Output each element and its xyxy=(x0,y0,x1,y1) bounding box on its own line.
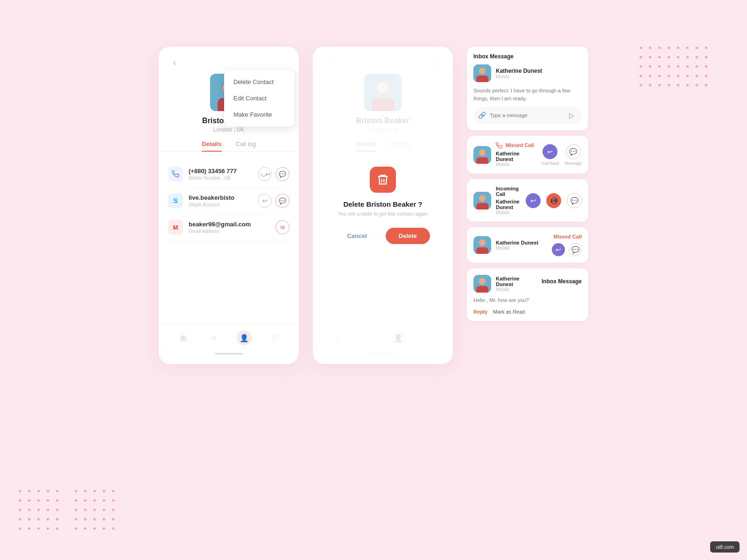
nav-heart-1[interactable]: ♡ xyxy=(267,330,282,345)
contact-details-1: (+880) 33456 777 Mobile Number , UK ↩ 💬 … xyxy=(159,156,299,323)
message-col: 💬 Message xyxy=(564,144,582,166)
tabs-1: Details Call log xyxy=(159,140,299,152)
nav-clock-1[interactable]: ○ xyxy=(206,330,221,345)
tab-details-1[interactable]: Details xyxy=(202,140,222,151)
incoming-call-avatar xyxy=(473,192,491,210)
msg-button-incoming[interactable]: 💬 xyxy=(567,193,582,208)
gmail-value: beaker99@gmail.com xyxy=(189,221,275,228)
inbox-avatar-1 xyxy=(473,64,491,82)
gmail-actions: ✉ xyxy=(275,220,289,234)
svg-point-23 xyxy=(479,278,486,285)
missed-call-notif-1: Missed Call Katherine Dunest Mobile ↩ Ca… xyxy=(473,142,582,167)
skype-info: live.beakerbisto Skype Account xyxy=(189,194,258,207)
message-input[interactable] xyxy=(490,112,562,118)
accept-button[interactable]: ↩ xyxy=(526,193,541,208)
dialog-buttons: Cancel Delete xyxy=(336,228,430,244)
scroll-indicator-1 xyxy=(215,353,243,355)
missed-call-name-2: Katherine Dunest xyxy=(496,240,547,245)
inbox-name-2: Katherine Dunest xyxy=(496,276,537,287)
detail-row-phone: (+880) 33456 777 Mobile Number , UK ↩ 💬 xyxy=(168,161,289,188)
phone-value: (+880) 33456 777 xyxy=(189,168,258,175)
inbox-message-card-1: Inbox Message Katherine Dunest Mobile So… xyxy=(467,47,588,130)
inbox-message-card-2: Katherine Dunest Mobile Inbox Message He… xyxy=(467,268,588,321)
watermark: ui8.com xyxy=(710,541,740,553)
dot-pattern-bottom-left: (function(){ var d = document.currentScr… xyxy=(19,490,61,532)
missed-call-right-2: Missed Call ↩ 💬 xyxy=(552,234,582,256)
inbox-sender-subtitle-1: Mobile xyxy=(496,74,542,79)
svg-rect-12 xyxy=(476,76,488,82)
svg-rect-21 xyxy=(476,247,488,254)
missed-call-avatar-2 xyxy=(473,236,491,254)
inbox-sender-name-1: Katherine Dunest xyxy=(496,68,542,74)
svg-point-20 xyxy=(479,239,486,246)
msg-button-2[interactable]: 💬 xyxy=(569,243,582,256)
incoming-call-sub: Mobile xyxy=(496,210,521,215)
missed-call-sub-2: Mobile xyxy=(496,245,547,251)
msg-action-btn-phone[interactable]: 💬 xyxy=(275,167,289,181)
inbox-message-text-2: Hello , Mr. how are you? xyxy=(473,296,582,304)
inbox-message-text-1: Sounds perfect. I have to go through a f… xyxy=(473,87,582,102)
call-action-btn-phone[interactable]: ↩ xyxy=(258,167,272,181)
edit-contact-menu-item[interactable]: Edit Contact xyxy=(224,90,294,106)
missed-call-btns-2: ↩ 💬 xyxy=(552,243,582,256)
call-action-btn-skype[interactable]: ↩ xyxy=(258,194,272,208)
detail-row-gmail: M beaker99@gmail.com Gmail Address ✉ xyxy=(168,214,289,241)
email-action-btn[interactable]: ✉ xyxy=(275,220,289,234)
attach-icon[interactable]: 🔗 xyxy=(478,112,486,119)
phone-actions: ↩ 💬 xyxy=(258,167,289,181)
cancel-button[interactable]: Cancel xyxy=(336,228,378,244)
gmail-label: Gmail Address xyxy=(189,229,275,234)
phone-card-1: ‹ Delete Contact Edit Contact Make Favor… xyxy=(159,47,299,364)
inbox-header-1: Katherine Dunest Mobile xyxy=(473,64,582,82)
missed-call-card-2: Katherine Dunest Mobile Missed Call ↩ 💬 xyxy=(467,227,588,263)
missed-call-actions-1: ↩ Call Back 💬 Message xyxy=(541,144,582,166)
missed-call-name-1: Katherine Dunest xyxy=(496,151,536,162)
dialog-title: Delete Briston Beaker ? xyxy=(343,200,422,208)
callback-button[interactable]: ↩ xyxy=(543,144,557,159)
phone-icon xyxy=(168,167,183,182)
incoming-call-actions: ↩ 📵 💬 xyxy=(526,193,582,208)
msg-action-btn-skype[interactable]: 💬 xyxy=(275,194,289,208)
nav-grid-1[interactable]: ⊞ xyxy=(176,330,191,345)
svg-rect-24 xyxy=(476,286,488,293)
callback-col: ↩ Call Back xyxy=(541,144,559,166)
tab-calllog-1[interactable]: Call log xyxy=(236,140,256,151)
detail-row-skype: S live.beakerbisto Skype Account ↩ 💬 xyxy=(168,188,289,214)
inbox-info-2: Katherine Dunest Mobile xyxy=(496,276,537,292)
call-type-missed-1: Missed Call xyxy=(496,142,536,149)
nav-person-1[interactable]: 👤 xyxy=(237,330,252,345)
message-button[interactable]: 💬 xyxy=(566,144,581,159)
dropdown-menu: Delete Contact Edit Contact Make Favorit… xyxy=(224,70,294,126)
skype-icon: S xyxy=(168,193,183,208)
missed-call-sub-1: Mobile xyxy=(496,162,536,167)
missed-call-info-1: Missed Call Katherine Dunest Mobile xyxy=(496,142,536,167)
incoming-call-notif: Incoming Call Katherine Dunest Mobile ↩ … xyxy=(473,186,582,215)
call-type-incoming: Incoming Call xyxy=(496,186,521,197)
decline-button[interactable]: 📵 xyxy=(546,193,561,208)
missed-call-card-1: Missed Call Katherine Dunest Mobile ↩ Ca… xyxy=(467,136,588,174)
reply-button[interactable]: Reply xyxy=(473,309,487,315)
make-favorite-menu-item[interactable]: Make Favorite xyxy=(224,106,294,123)
dot-pattern-top-right: (function(){ var d = document.currentScr… xyxy=(640,47,710,89)
delete-contact-menu-item[interactable]: Delete Contact xyxy=(224,74,294,90)
svg-rect-15 xyxy=(476,157,488,164)
inbox-notif-2: Katherine Dunest Mobile Inbox Message xyxy=(473,275,582,293)
phone-info: (+880) 33456 777 Mobile Number , UK xyxy=(189,168,258,181)
svg-rect-18 xyxy=(476,203,488,210)
mark-read-button[interactable]: Mark as Read xyxy=(493,309,525,315)
callback-button-2[interactable]: ↩ xyxy=(552,243,565,256)
message-label: Message xyxy=(564,161,582,166)
gmail-info: beaker99@gmail.com Gmail Address xyxy=(189,221,275,234)
inbox-sender-info-1: Katherine Dunest Mobile xyxy=(496,68,542,79)
inbox-title-1: Inbox Message xyxy=(473,53,582,60)
incoming-call-card: Incoming Call Katherine Dunest Mobile ↩ … xyxy=(467,179,588,222)
svg-point-17 xyxy=(479,195,486,202)
missed-call-avatar-1 xyxy=(473,146,491,164)
back-button-1[interactable]: ‹ xyxy=(168,56,181,69)
delete-button[interactable]: Delete xyxy=(386,228,430,244)
send-button[interactable]: ▷ xyxy=(566,110,577,121)
delete-dialog: Delete Briston Beaker ? You will unable … xyxy=(313,47,453,364)
phone-card-2: ‹ ⋮ Briston Beaker London , UK Details C… xyxy=(313,47,453,364)
skype-actions: ↩ 💬 xyxy=(258,194,289,208)
svg-point-11 xyxy=(479,68,486,74)
